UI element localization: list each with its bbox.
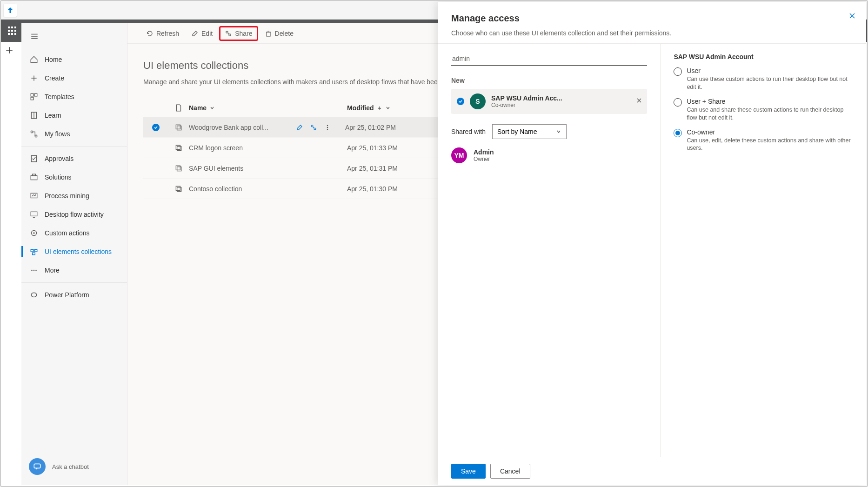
actions-icon [30,229,38,237]
nav-separator [21,282,127,283]
row-checkbox[interactable] [143,124,168,131]
plus-icon [30,74,38,82]
mining-icon [30,192,38,200]
radio-button[interactable] [674,67,682,76]
svg-line-33 [228,33,229,34]
svg-line-41 [313,127,314,128]
svg-point-23 [33,232,34,233]
selected-user-title: SAP WSU Admin Account [674,53,853,60]
shared-user-role: Owner [474,156,494,162]
collections-icon [30,247,38,256]
svg-point-42 [327,125,328,126]
nav-label: Templates [45,93,74,100]
nav-collapse-button[interactable] [25,29,44,44]
row-type-icon [168,144,189,152]
svg-point-44 [327,128,328,130]
nav-approvals[interactable]: Approvals [21,149,127,168]
nav-desktop-flow-activity[interactable]: Desktop flow activity [21,205,127,224]
svg-rect-10 [34,93,37,96]
nav-learn[interactable]: Learn [21,106,127,125]
nav-more[interactable]: More [21,261,127,280]
close-icon [636,97,642,104]
nav-custom-actions[interactable]: Custom actions [21,224,127,242]
nav-power-platform[interactable]: Power Platform [21,286,127,304]
row-name: SAP GUI elements [189,165,347,172]
nav-label: UI elements collections [45,248,112,255]
sort-dropdown[interactable]: Sort by Name [492,124,567,139]
user-search-input[interactable]: admin [451,53,647,66]
share-button[interactable]: Share [220,27,257,40]
tool-label: Edit [201,30,213,37]
delete-button[interactable]: Delete [260,27,298,40]
nav-process-mining[interactable]: Process mining [21,187,127,205]
refresh-button[interactable]: Refresh [141,27,184,40]
nav-label: Create [45,74,64,82]
nav-ui-elements-collections[interactable]: UI elements collections [21,242,127,261]
chevron-down-icon [385,105,391,111]
svg-point-32 [229,33,231,35]
radio-button[interactable] [674,129,682,137]
permission-user[interactable]: User Can use these custom actions to run… [674,67,853,91]
svg-rect-20 [31,212,37,216]
edit-icon[interactable] [296,124,303,131]
nav-home[interactable]: Home [21,50,127,69]
more-icon [30,266,38,274]
row-modified: Apr 25, 01:30 PM [347,185,398,193]
flow-icon [30,130,38,138]
svg-point-14 [31,131,33,133]
nav-templates[interactable]: Templates [21,87,127,106]
nav-create[interactable]: Create [21,69,127,87]
edit-icon [191,30,199,37]
nav-myflows[interactable]: My flows [21,125,127,143]
nav-label: My flows [45,130,70,138]
row-type-icon [168,185,189,193]
app-tab-icon[interactable] [4,4,17,17]
svg-point-40 [314,128,316,130]
chatbot-bar[interactable]: Ask a chatbot [21,455,127,478]
panel-footer: Save Cancel [438,457,866,485]
col-modified-header[interactable]: Modified [347,104,440,112]
share-icon[interactable] [310,124,317,131]
svg-point-39 [311,125,313,127]
radio-button[interactable] [674,98,682,107]
shared-with-row: Shared with Sort by Name [451,124,647,139]
col-name-header[interactable]: Name [189,104,347,112]
cancel-button[interactable]: Cancel [490,464,530,479]
app-launcher-icon[interactable] [5,23,20,38]
col-type-icon [168,104,189,112]
collection-icon [174,185,183,193]
panel-title: Manage access [451,13,853,24]
svg-rect-30 [34,464,40,468]
svg-rect-37 [176,125,180,129]
chevron-down-icon [209,105,215,111]
permission-co-owner[interactable]: Co-owner Can use, edit, delete these cus… [674,128,853,153]
new-user-chip[interactable]: S SAP WSU Admin Acc... Co-owner [451,89,647,114]
refresh-icon [146,30,154,37]
chat-icon [29,458,46,475]
remove-chip-button[interactable] [636,97,642,106]
nav-label: Solutions [45,173,72,181]
svg-point-43 [327,127,328,128]
manage-access-panel: Manage access Choose who can use these U… [438,2,866,485]
more-icon[interactable] [324,124,331,131]
col-label: Name [189,104,207,112]
new-section-label: New [451,77,647,84]
svg-rect-47 [176,166,180,170]
sort-desc-icon [377,105,382,111]
edit-button[interactable]: Edit [187,27,217,40]
new-tab-button[interactable] [1,42,18,59]
close-button[interactable] [846,9,859,25]
row-modified: Apr 25, 01:33 PM [347,144,398,152]
avatar: S [470,93,486,109]
nav-solutions[interactable]: Solutions [21,168,127,187]
save-button[interactable]: Save [451,464,486,479]
shared-user-item[interactable]: YM Admin Owner [451,147,647,163]
chip-role: Co-owner [491,102,562,108]
panel-left: admin New S SAP WSU Admin Acc... Co-owne… [438,44,661,457]
collection-icon [174,123,183,132]
panel-right: SAP WSU Admin Account User Can use these… [661,44,866,457]
book-icon [30,111,38,120]
svg-rect-38 [177,126,181,130]
permission-user-share[interactable]: User + Share Can use and share these cus… [674,98,853,122]
svg-rect-26 [33,253,35,255]
